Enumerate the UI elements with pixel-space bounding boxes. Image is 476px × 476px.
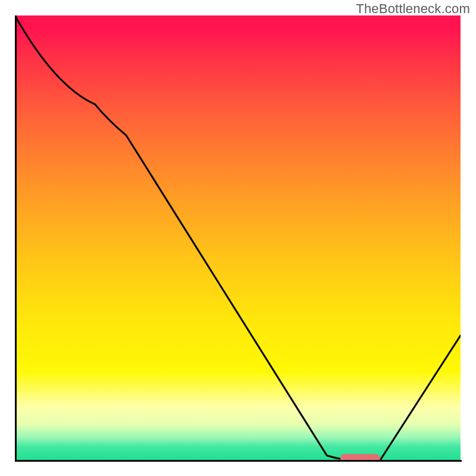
optimal-range-marker xyxy=(340,454,380,460)
plot-area xyxy=(15,15,461,460)
attribution-text: TheBottleneck.com xyxy=(356,1,470,17)
bottleneck-curve xyxy=(15,15,461,460)
chart-container: TheBottleneck.com xyxy=(0,0,476,476)
